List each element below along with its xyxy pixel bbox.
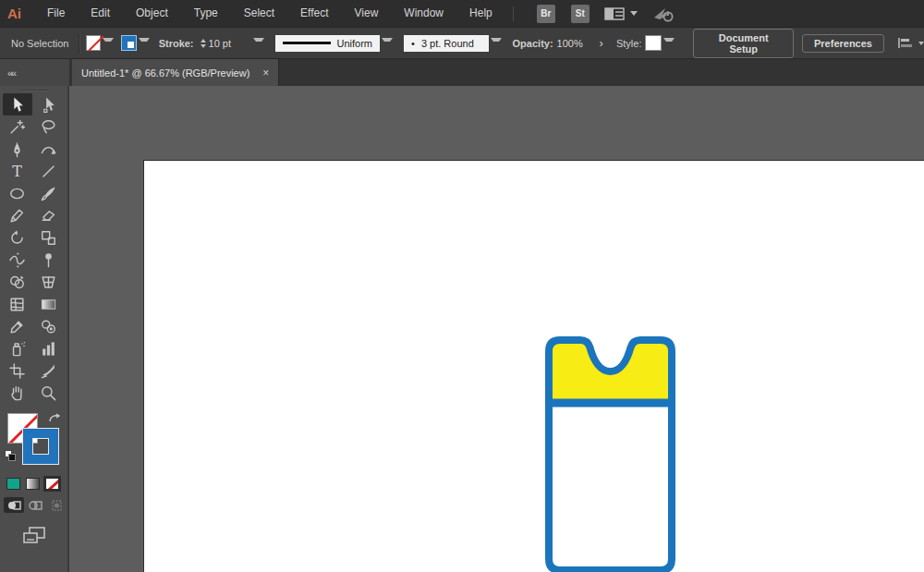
selection-status: No Selection <box>11 38 68 49</box>
menu-type[interactable]: Type <box>181 0 231 27</box>
draw-inside-button[interactable] <box>46 497 67 513</box>
workspace-layout-icon <box>604 7 625 20</box>
pen-tool[interactable] <box>3 138 32 160</box>
direct-selection-tool[interactable] <box>34 93 64 116</box>
change-screen-mode-button[interactable] <box>18 526 50 544</box>
style-swatch[interactable] <box>645 35 662 51</box>
perspective-grid-tool[interactable] <box>34 271 64 293</box>
fill-chevron-icon[interactable] <box>103 38 114 49</box>
gradient-button[interactable] <box>26 478 40 490</box>
menu-help[interactable]: Help <box>456 0 505 27</box>
svg-text:T: T <box>12 163 22 180</box>
brush-value: 3 pt. Round <box>421 38 474 49</box>
column-graph-tool[interactable] <box>34 337 64 359</box>
align-chevron-icon <box>918 42 924 45</box>
mesh-tool[interactable] <box>3 293 32 315</box>
menu-object[interactable]: Object <box>123 0 181 27</box>
gpu-performance-button[interactable] <box>652 6 676 22</box>
color-button[interactable] <box>6 478 20 490</box>
width-tool[interactable] <box>3 249 32 271</box>
align-options[interactable] <box>897 36 924 50</box>
style-chevron-icon[interactable] <box>663 38 675 49</box>
screen-mode-icon <box>22 526 46 544</box>
close-tab-icon[interactable]: × <box>262 67 269 79</box>
stroke-color-swatch[interactable] <box>121 35 136 51</box>
preferences-button[interactable]: Preferences <box>802 34 884 53</box>
profile-chevron-icon[interactable] <box>382 38 393 49</box>
artboard[interactable] <box>143 160 924 572</box>
chevron-down-icon <box>630 11 638 16</box>
opacity-more-arrow[interactable]: › <box>600 36 603 50</box>
blend-tool[interactable] <box>34 315 64 337</box>
curvature-tool[interactable] <box>34 138 64 160</box>
tools-panel-header: «« <box>0 59 69 86</box>
swap-fill-stroke-icon[interactable] <box>48 413 61 424</box>
menu-bar: Ai FileEditObjectTypeSelectEffectViewWin… <box>0 0 924 27</box>
line-segment-tool[interactable] <box>34 160 64 182</box>
variable-width-profile-dropdown[interactable]: Uniform <box>275 35 381 52</box>
stroke-weight-value[interactable]: 10 pt <box>209 38 240 49</box>
document-tab-bar: «« Untitled-1* @ 66.67% (RGB/Preview) × <box>0 59 924 86</box>
scale-tool[interactable] <box>34 226 64 249</box>
opacity-label: Opacity: <box>513 38 553 49</box>
gradient-tool[interactable] <box>34 293 64 315</box>
selection-tool[interactable] <box>3 93 32 116</box>
shape-builder-tool[interactable] <box>3 271 32 293</box>
default-fill-stroke-icon[interactable] <box>5 450 18 463</box>
menu-edit[interactable]: Edit <box>78 0 123 27</box>
rotate-tool[interactable] <box>3 226 32 249</box>
panel-grip[interactable] <box>20 90 48 91</box>
workspace-switcher[interactable] <box>604 7 638 20</box>
stroke-weight-stepper[interactable] <box>201 39 206 48</box>
slice-tool[interactable] <box>34 359 64 382</box>
menu-effect[interactable]: Effect <box>287 0 341 27</box>
canvas-area[interactable] <box>69 86 924 572</box>
drawing-mode-buttons <box>0 490 67 513</box>
ellipse-tool[interactable] <box>3 182 32 204</box>
control-panel: No Selection Stroke: 10 pt Uniform • 3 p… <box>0 27 924 59</box>
collapse-panel-icon[interactable]: «« <box>7 67 15 79</box>
type-tool[interactable]: T <box>3 160 32 182</box>
opacity-value[interactable]: 100% <box>557 38 589 49</box>
style-label: Style: <box>616 38 642 49</box>
tools-panel: T <box>0 86 69 572</box>
menu-window[interactable]: Window <box>391 0 456 27</box>
magic-wand-tool[interactable] <box>3 116 32 138</box>
hand-tool[interactable] <box>3 382 32 404</box>
rocket-power-icon <box>652 6 676 22</box>
profile-value: Uniform <box>337 38 373 49</box>
draw-normal-button[interactable] <box>4 497 24 513</box>
symbol-sprayer-tool[interactable] <box>3 337 32 359</box>
color-mode-buttons <box>0 470 67 490</box>
fill-color-swatch[interactable] <box>86 35 101 51</box>
menu-file[interactable]: File <box>34 0 78 27</box>
menubar-divider <box>513 6 514 21</box>
menu-view[interactable]: View <box>342 0 392 27</box>
zoom-tool[interactable] <box>34 382 64 404</box>
paintbrush-tool[interactable] <box>34 182 64 204</box>
shaper-tool[interactable] <box>3 204 32 226</box>
phone-case-shape[interactable] <box>545 336 675 572</box>
stroke-weight-label: Stroke: <box>159 38 194 49</box>
puppet-warp-tool[interactable] <box>34 249 64 271</box>
illustrator-logo: Ai <box>0 6 34 21</box>
stroke-weight-chevron-icon[interactable] <box>253 38 264 49</box>
artboard-tool[interactable] <box>3 359 32 382</box>
fill-stroke-control <box>0 413 67 470</box>
lasso-tool[interactable] <box>34 116 64 138</box>
stroke-chevron-icon[interactable] <box>139 38 150 49</box>
brush-definition-dropdown[interactable]: • 3 pt. Round <box>404 35 489 52</box>
none-button[interactable] <box>45 478 59 490</box>
eraser-tool[interactable] <box>34 204 64 226</box>
brush-dot-icon: • <box>411 38 415 49</box>
brush-chevron-icon[interactable] <box>491 38 502 49</box>
menu-select[interactable]: Select <box>231 0 287 27</box>
bridge-button[interactable]: Br <box>537 5 555 23</box>
document-setup-button[interactable]: Document Setup <box>693 29 794 58</box>
stock-button[interactable]: St <box>571 5 590 23</box>
eyedropper-tool[interactable] <box>3 315 32 337</box>
control-divider <box>79 33 79 54</box>
document-tab[interactable]: Untitled-1* @ 66.67% (RGB/Preview) × <box>72 59 279 86</box>
draw-behind-button[interactable] <box>25 497 45 513</box>
stroke-color-indicator[interactable] <box>23 429 58 464</box>
